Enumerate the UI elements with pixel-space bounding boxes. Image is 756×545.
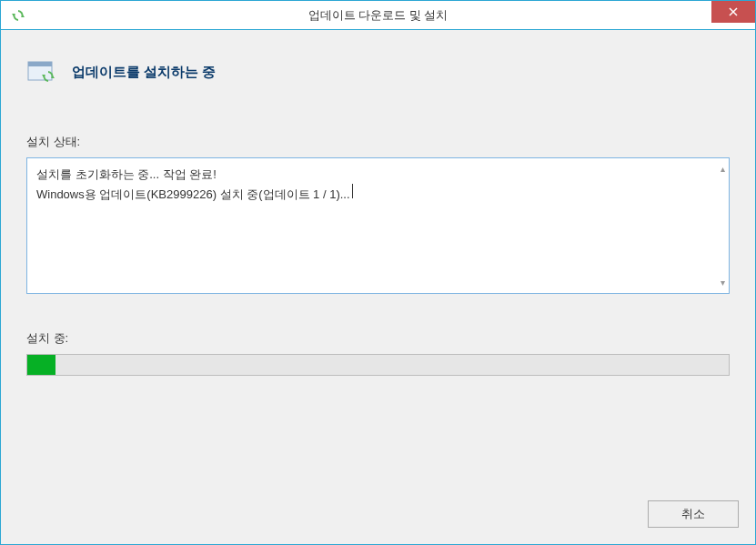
- progress-bar: [26, 354, 730, 376]
- status-line: Windows용 업데이트(KB2999226) 설치 중(업데이트 1 / 1…: [36, 187, 350, 201]
- button-row: 취소: [17, 500, 739, 528]
- content-area: 업데이트를 설치하는 중 설치 상태: 설치를 초기화하는 중... 작업 완료…: [1, 30, 755, 544]
- progress-fill: [27, 355, 55, 375]
- update-icon: [10, 7, 26, 24]
- status-label: 설치 상태:: [26, 134, 739, 150]
- close-button[interactable]: [711, 1, 755, 23]
- installer-icon: [26, 56, 59, 88]
- titlebar: 업데이트 다운로드 및 설치: [1, 1, 755, 30]
- inner-panel: 업데이트를 설치하는 중 설치 상태: 설치를 초기화하는 중... 작업 완료…: [17, 46, 739, 491]
- close-icon: [729, 7, 738, 16]
- installer-window: 업데이트 다운로드 및 설치: [0, 0, 756, 545]
- window-title: 업데이트 다운로드 및 설치: [308, 7, 449, 24]
- progress-label: 설치 중:: [26, 330, 739, 347]
- status-line: 설치를 초기화하는 중... 작업 완료!: [36, 166, 720, 184]
- page-title: 업데이트를 설치하는 중: [72, 64, 216, 81]
- cancel-button[interactable]: 취소: [648, 500, 739, 528]
- scroll-down-icon: ▾: [721, 276, 725, 289]
- svg-rect-5: [28, 62, 52, 66]
- header-row: 업데이트를 설치하는 중: [26, 56, 739, 88]
- status-textbox: 설치를 초기화하는 중... 작업 완료! Windows용 업데이트(KB29…: [26, 157, 730, 294]
- text-cursor: [350, 184, 353, 198]
- scroll-up-icon: ▴: [721, 162, 725, 176]
